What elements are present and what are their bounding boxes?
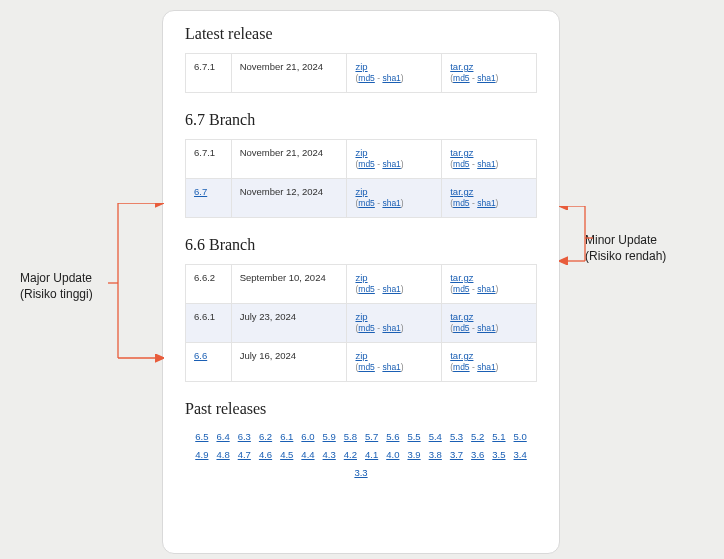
cell-version: 6.6.1: [186, 304, 232, 343]
md5-link[interactable]: md5: [358, 362, 375, 372]
past-release-link[interactable]: 3.4: [514, 446, 527, 464]
md5-link[interactable]: md5: [358, 73, 375, 83]
tar-link[interactable]: tar.gz: [450, 186, 473, 197]
past-release-link[interactable]: 6.0: [301, 428, 314, 446]
cell-download-zip: zip(md5 - sha1): [347, 265, 442, 304]
cell-download-zip: zip(md5 - sha1): [347, 179, 442, 218]
md5-link[interactable]: md5: [358, 159, 375, 169]
past-release-link[interactable]: 4.1: [365, 446, 378, 464]
past-release-link[interactable]: 6.2: [259, 428, 272, 446]
table-row: 6.7.1November 21, 2024zip(md5 - sha1)tar…: [186, 140, 537, 179]
tar-link[interactable]: tar.gz: [450, 61, 473, 72]
tar-link[interactable]: tar.gz: [450, 350, 473, 361]
md5-link[interactable]: md5: [358, 284, 375, 294]
cell-download-tar: tar.gz (md5 - sha1): [442, 54, 537, 93]
cell-download-tar: tar.gz(md5 - sha1): [442, 265, 537, 304]
zip-link[interactable]: zip: [355, 350, 367, 361]
past-release-link[interactable]: 4.7: [238, 446, 251, 464]
sha1-link[interactable]: sha1: [382, 73, 400, 83]
past-release-link[interactable]: 4.3: [323, 446, 336, 464]
table-66: 6.6.2September 10, 2024zip(md5 - sha1)ta…: [185, 264, 537, 382]
md5-link[interactable]: md5: [453, 284, 470, 294]
annotation-text: Major Update: [20, 270, 93, 286]
sha1-link[interactable]: sha1: [477, 73, 495, 83]
sha1-link[interactable]: sha1: [382, 323, 400, 333]
past-release-link[interactable]: 6.3: [238, 428, 251, 446]
table-row: 6.7November 12, 2024zip(md5 - sha1)tar.g…: [186, 179, 537, 218]
cell-version: 6.7: [186, 179, 232, 218]
md5-link[interactable]: md5: [453, 198, 470, 208]
md5-link[interactable]: md5: [453, 323, 470, 333]
heading-latest: Latest release: [185, 25, 537, 43]
past-release-link[interactable]: 6.4: [216, 428, 229, 446]
zip-link[interactable]: zip: [355, 61, 367, 72]
annotation-text: Minor Update: [585, 232, 666, 248]
past-release-link[interactable]: 3.9: [407, 446, 420, 464]
checksum-links: (md5 - sha1): [450, 198, 528, 208]
cell-date: November 21, 2024: [231, 54, 347, 93]
past-release-link[interactable]: 4.5: [280, 446, 293, 464]
cell-date: November 12, 2024: [231, 179, 347, 218]
past-release-link[interactable]: 4.0: [386, 446, 399, 464]
cell-download-zip: zip (md5 - sha1): [347, 54, 442, 93]
md5-link[interactable]: md5: [358, 323, 375, 333]
zip-link[interactable]: zip: [355, 186, 367, 197]
md5-link[interactable]: md5: [453, 362, 470, 372]
checksum-links: (md5 - sha1): [450, 159, 528, 169]
md5-link[interactable]: md5: [453, 159, 470, 169]
heading-past: Past releases: [185, 400, 537, 418]
sha1-link[interactable]: sha1: [382, 362, 400, 372]
arrow-major: [108, 203, 168, 363]
heading-66: 6.6 Branch: [185, 236, 537, 254]
past-release-link[interactable]: 5.0: [514, 428, 527, 446]
past-release-link[interactable]: 3.8: [429, 446, 442, 464]
tar-link[interactable]: tar.gz: [450, 272, 473, 283]
past-release-link[interactable]: 5.4: [429, 428, 442, 446]
past-release-link[interactable]: 4.8: [216, 446, 229, 464]
past-release-link[interactable]: 5.9: [323, 428, 336, 446]
version-link[interactable]: 6.7: [194, 186, 207, 197]
sha1-link[interactable]: sha1: [477, 284, 495, 294]
past-release-link[interactable]: 6.5: [195, 428, 208, 446]
cell-date: July 23, 2024: [231, 304, 347, 343]
tar-link[interactable]: tar.gz: [450, 311, 473, 322]
sha1-link[interactable]: sha1: [477, 159, 495, 169]
past-release-link[interactable]: 6.1: [280, 428, 293, 446]
checksum-links: (md5 - sha1): [450, 362, 528, 372]
past-release-link[interactable]: 5.6: [386, 428, 399, 446]
past-release-link[interactable]: 5.7: [365, 428, 378, 446]
md5-link[interactable]: md5: [453, 73, 470, 83]
zip-link[interactable]: zip: [355, 311, 367, 322]
past-release-link[interactable]: 5.3: [450, 428, 463, 446]
past-release-link[interactable]: 3.3: [354, 464, 367, 482]
version-link[interactable]: 6.6: [194, 350, 207, 361]
past-release-link[interactable]: 4.2: [344, 446, 357, 464]
tar-link[interactable]: tar.gz: [450, 147, 473, 158]
past-release-link[interactable]: 3.6: [471, 446, 484, 464]
past-release-link[interactable]: 4.9: [195, 446, 208, 464]
annotation-major: Major Update (Risiko tinggi): [20, 270, 93, 302]
past-release-link[interactable]: 5.2: [471, 428, 484, 446]
past-release-link[interactable]: 4.4: [301, 446, 314, 464]
past-release-link[interactable]: 5.1: [492, 428, 505, 446]
cell-download-zip: zip(md5 - sha1): [347, 343, 442, 382]
sha1-link[interactable]: sha1: [477, 323, 495, 333]
past-release-link[interactable]: 5.8: [344, 428, 357, 446]
cell-date: July 16, 2024: [231, 343, 347, 382]
zip-link[interactable]: zip: [355, 272, 367, 283]
sha1-link[interactable]: sha1: [477, 362, 495, 372]
annotation-text: (Risiko rendah): [585, 248, 666, 264]
sha1-link[interactable]: sha1: [382, 159, 400, 169]
past-release-link[interactable]: 4.6: [259, 446, 272, 464]
sha1-link[interactable]: sha1: [382, 198, 400, 208]
checksum-links: (md5 - sha1): [355, 362, 433, 372]
zip-link[interactable]: zip: [355, 147, 367, 158]
past-release-link[interactable]: 3.7: [450, 446, 463, 464]
checksum-links: (md5 - sha1): [355, 323, 433, 333]
checksum-links: (md5 - sha1): [355, 73, 433, 83]
md5-link[interactable]: md5: [358, 198, 375, 208]
sha1-link[interactable]: sha1: [382, 284, 400, 294]
past-release-link[interactable]: 3.5: [492, 446, 505, 464]
sha1-link[interactable]: sha1: [477, 198, 495, 208]
past-release-link[interactable]: 5.5: [407, 428, 420, 446]
